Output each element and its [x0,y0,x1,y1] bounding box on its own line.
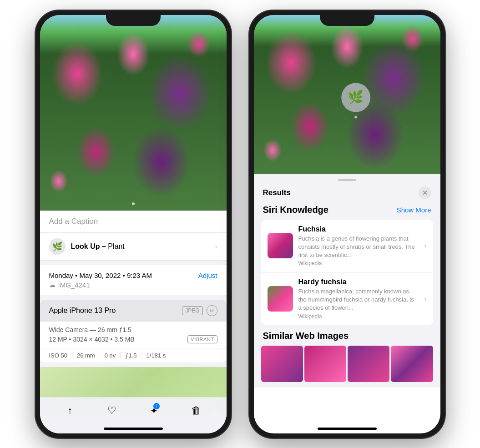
hardy-fuchsia-thumbnail [268,286,293,312]
knowledge-card: Fuchsia Fuchsia is a genus of flowering … [261,220,433,325]
aperture-value: ƒ1.5 [121,352,141,359]
similar-image-4[interactable] [391,346,433,382]
camera-section: Apple iPhone 13 Pro JPEG ⊙ Wide Camera —… [40,300,227,362]
caption-placeholder[interactable]: Add a Caption [49,217,98,226]
jpeg-badge: JPEG [182,306,202,315]
similar-image-1[interactable] [261,346,303,382]
left-screen: Add a Caption 🌿 Look Up – Plant › Monday… [40,15,227,433]
right-screen: 🌿 Results ✕ Siri Knowledge Show More [254,15,440,433]
lookup-chevron-icon: › [215,242,217,251]
hardy-fuchsia-name: Hardy fuchsia [298,278,419,286]
date-row: Monday • May 30, 2022 • 9:23 AM Adjust [49,272,217,279]
mp-row: 12 MP • 3024 × 4032 • 3.5 MB VIBRANT [49,335,217,343]
camera-name: Apple iPhone 13 Pro [49,307,116,315]
fuchsia-chevron-icon: › [424,242,426,250]
results-header: Results ✕ [254,181,440,205]
photo-area[interactable] [40,15,227,211]
favorite-button[interactable]: ♡ [102,401,122,421]
camera-row: Apple iPhone 13 Pro JPEG ⊙ [40,300,227,322]
lookup-text: Look Up – Plant [71,242,125,251]
mp-info: 12 MP • 3024 × 4032 • 3.5 MB [49,336,135,343]
right-notch [320,10,374,26]
handle-bar [338,179,356,181]
right-home-indicator [318,428,377,430]
exposure-value: 0 ev [100,352,121,359]
similar-image-3[interactable] [348,346,389,382]
similar-images-title: Similar Web Images [261,331,433,341]
filename-row: ☁ IMG_4241 [49,281,217,289]
results-title: Results [263,188,291,197]
siri-visual-lookup-bubble[interactable]: 🌿 [341,83,370,112]
similar-images-grid [261,346,433,382]
caption-area[interactable]: Add a Caption [40,211,227,233]
settings-circle-icon[interactable]: ⊙ [207,305,217,316]
close-button[interactable]: ✕ [419,186,431,199]
lookup-subject: Plant [108,242,124,250]
siri-leaf-icon: 🌿 [348,90,364,105]
heart-icon: ♡ [107,405,116,417]
camera-details: Wide Camera — 26 mm ƒ1.5 12 MP • 3024 × … [40,322,227,348]
lookup-label: Look Up – [71,242,106,250]
siri-knowledge-section: Siri Knowledge Show More Fuchsia Fuchsia… [261,205,433,325]
siri-knowledge-title: Siri Knowledge [263,205,328,215]
camera-badges: JPEG ⊙ [182,305,217,316]
share-button[interactable]: ↑ [60,401,80,421]
close-icon: ✕ [422,189,428,196]
similar-image-2[interactable] [304,346,346,382]
vibrant-badge: VIBRANT [187,335,217,343]
lookup-row[interactable]: 🌿 Look Up – Plant › [40,233,227,261]
photo-pagination-dot [132,202,135,205]
sheet-handle[interactable] [254,174,440,181]
results-panel[interactable]: Results ✕ Siri Knowledge Show More Fuchs [254,174,440,388]
iso-value: ISO 50 [49,352,72,359]
hardy-fuchsia-chevron-icon: › [424,295,426,303]
info-button[interactable]: ✦ i [144,401,164,421]
details-section: Monday • May 30, 2022 • 9:23 AM Adjust ☁… [40,265,227,295]
left-phone: Add a Caption 🌿 Look Up – Plant › Monday… [35,10,231,438]
hardy-fuchsia-description: Fuchsia magellanica, commonly known as t… [298,287,419,312]
siri-section-header: Siri Knowledge Show More [261,205,433,215]
knowledge-item-fuchsia[interactable]: Fuchsia Fuchsia is a genus of flowering … [261,220,433,273]
trash-icon: 🗑 [191,405,201,417]
focal-length: 26 mm [72,352,100,359]
delete-button[interactable]: 🗑 [186,401,206,421]
share-icon: ↑ [67,405,72,417]
date-text: Monday • May 30, 2022 • 9:23 AM [49,272,152,279]
hardy-fuchsia-content: Hardy fuchsia Fuchsia magellanica, commo… [298,278,419,320]
right-photo-area: 🌿 [254,15,440,174]
filename-text: IMG_4241 [58,281,90,289]
notch [106,10,161,26]
fuchsia-description: Fuchsia is a genus of flowering plants t… [298,235,419,260]
home-indicator [104,428,163,430]
fuchsia-name: Fuchsia [298,225,419,233]
right-phone: 🌿 Results ✕ Siri Knowledge Show More [249,10,445,438]
info-icon: ✦ i [150,405,158,417]
show-more-button[interactable]: Show More [397,206,431,214]
cloud-icon: ☁ [49,281,56,288]
hardy-fuchsia-source: Wikipedia [298,313,419,320]
fuchsia-source: Wikipedia [298,260,419,267]
similar-images-section: Similar Web Images [261,331,433,382]
camera-spec: Wide Camera — 26 mm ƒ1.5 [49,326,217,333]
lookup-icon: 🌿 [49,238,66,255]
knowledge-item-hardy-fuchsia[interactable]: Hardy fuchsia Fuchsia magellanica, commo… [261,272,433,325]
flower-image [40,15,227,211]
shutter-speed: 1/181 s [142,352,171,359]
adjust-button[interactable]: Adjust [198,272,217,279]
fuchsia-thumbnail [268,233,293,258]
siri-bubble-dot [354,116,357,118]
fuchsia-content: Fuchsia Fuchsia is a genus of flowering … [298,225,419,267]
exif-row: ISO 50 26 mm 0 ev ƒ1.5 1/181 s [40,348,227,362]
